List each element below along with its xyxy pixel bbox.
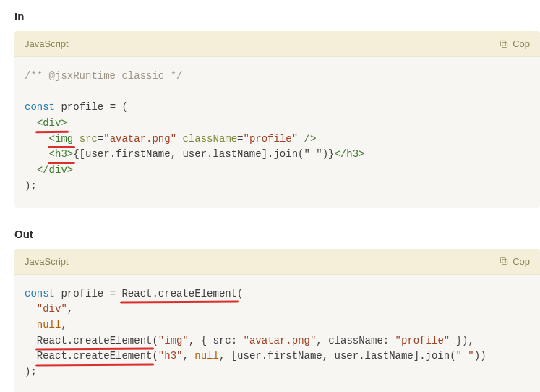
- code-token: "avatar.png": [103, 133, 176, 145]
- svg-rect-0: [502, 42, 507, 47]
- code-token-underlined: React.createElement: [37, 350, 153, 362]
- section-heading-out: Out: [14, 228, 540, 240]
- code-token-underlined: <div>: [37, 117, 67, 129]
- code-token: ),: [462, 335, 474, 346]
- code-token: className: [328, 335, 383, 346]
- code-token: ,: [67, 303, 73, 315]
- code-token-underlined: React.createElement: [37, 335, 153, 346]
- code-token: null: [37, 319, 61, 331]
- code-token: (: [152, 335, 158, 346]
- svg-rect-1: [500, 41, 505, 46]
- code-token-underlined: React.createElement: [121, 288, 237, 299]
- code-token: </h3>: [334, 148, 364, 160]
- code-token: (: [152, 350, 158, 362]
- code-token: ,: [189, 335, 194, 346]
- code-token: );: [25, 366, 37, 378]
- code-body-in: /** @jsxRuntime classic */ const profile…: [14, 57, 540, 208]
- copy-button-in[interactable]: Cop: [499, 38, 530, 49]
- code-token: "h3": [158, 350, 183, 362]
- code-token: =: [110, 288, 116, 299]
- code-lang-in: JavaScript: [25, 38, 69, 49]
- code-lang-out: JavaScript: [25, 256, 69, 267]
- code-token: "profile": [244, 133, 299, 145]
- copy-label-out: Cop: [513, 256, 530, 267]
- code-header-in: JavaScript Cop: [14, 31, 540, 57]
- code-token-underlined: <h3>: [49, 148, 74, 160]
- code-token: {: [201, 335, 213, 346]
- code-token: "img": [158, 335, 189, 346]
- code-token: )): [474, 350, 487, 362]
- code-token: className: [182, 133, 237, 145]
- code-token: profile: [61, 101, 103, 113]
- code-token: profile: [61, 288, 103, 299]
- svg-rect-3: [500, 257, 505, 263]
- code-token: "profile": [395, 335, 450, 346]
- code-token: />: [304, 133, 317, 145]
- copy-icon: [499, 256, 509, 266]
- code-token: null: [194, 350, 219, 362]
- code-token: ,: [182, 350, 188, 362]
- code-token: "avatar.png": [244, 335, 317, 346]
- code-token-underlined: <img: [49, 133, 74, 145]
- code-token: src: [213, 335, 231, 346]
- code-token: ,: [61, 319, 67, 331]
- copy-label-in: Cop: [513, 38, 530, 49]
- code-token: ,: [316, 335, 322, 346]
- code-token: </div>: [37, 164, 73, 176]
- code-token: (: [237, 288, 243, 299]
- code-token: " ": [456, 350, 474, 362]
- code-token: {[user.firstName, user.lastName].join(" …: [73, 148, 334, 160]
- section-heading-in: In: [14, 10, 540, 22]
- code-token: }: [450, 335, 462, 346]
- code-token: =: [110, 101, 116, 113]
- code-token: ,: [219, 350, 225, 362]
- code-token: const: [25, 101, 55, 113]
- code-token: :: [383, 335, 389, 346]
- code-token: (: [121, 101, 127, 113]
- copy-icon: [499, 39, 509, 49]
- code-card-out: JavaScript Cop const profile = React.cre…: [14, 249, 540, 393]
- code-token: :: [231, 335, 237, 346]
- code-header-out: JavaScript Cop: [14, 249, 540, 275]
- code-token: const: [25, 288, 55, 299]
- svg-rect-2: [502, 260, 507, 265]
- copy-button-out[interactable]: Cop: [499, 256, 530, 267]
- code-body-out: const profile = React.createElement( "di…: [14, 275, 540, 393]
- code-token: "div": [37, 303, 67, 315]
- code-token: [user.firstName, user.lastName].join(: [231, 350, 456, 362]
- code-token: );: [25, 180, 37, 192]
- code-token: src: [80, 133, 98, 145]
- code-card-in: JavaScript Cop /** @jsxRuntime classic *…: [14, 31, 540, 208]
- code-token: /** @jsxRuntime classic */: [25, 70, 182, 82]
